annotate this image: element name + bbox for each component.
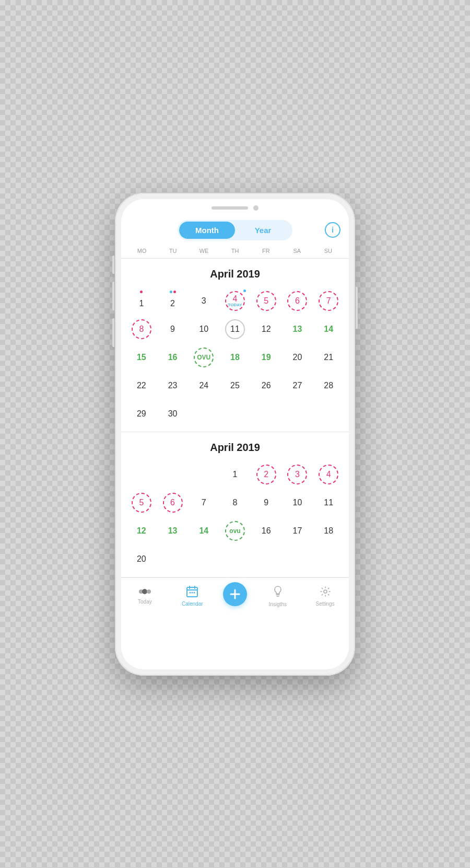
cal-day-19[interactable]: 19 <box>251 344 281 371</box>
cal-day-9[interactable]: 9 <box>158 316 188 343</box>
cal-day-4-today[interactable]: 4 TODAY <box>220 287 250 315</box>
add-button[interactable] <box>223 582 247 606</box>
cal-empty-1 <box>189 400 219 427</box>
calendar-april-2019-second: April 2019 1 2 <box>121 432 349 577</box>
tab-today[interactable]: Today <box>121 588 169 605</box>
cal2-day-17[interactable]: 17 <box>283 517 313 545</box>
cal-day-3[interactable]: 3 <box>189 287 219 315</box>
cal2-day-20[interactable]: 20 <box>126 546 157 573</box>
tab-settings-label: Settings <box>316 601 335 607</box>
tab-calendar[interactable]: Calendar <box>169 586 216 607</box>
cal2-day-3[interactable]: 3 <box>283 461 313 488</box>
cal-empty-2 <box>220 400 250 427</box>
cal-day-30[interactable]: 30 <box>158 400 188 427</box>
cal-empty-5 <box>313 400 344 427</box>
tab-insights[interactable]: Insigths <box>254 585 301 607</box>
day-tu: TU <box>157 246 188 256</box>
phone-notch <box>121 199 349 215</box>
tab-calendar-label: Calendar <box>182 601 203 607</box>
cal-day-15[interactable]: 15 <box>126 344 157 371</box>
cal2-day-12[interactable]: 12 <box>126 517 157 545</box>
cal-day-12[interactable]: 12 <box>251 316 281 343</box>
cal-day-22[interactable]: 22 <box>126 372 157 399</box>
tab-settings[interactable]: Settings <box>301 586 349 607</box>
calendar-grid-1: 1 2 3 <box>126 287 344 427</box>
cal-day-27[interactable]: 27 <box>283 372 313 399</box>
cal2-empty-1 <box>126 461 157 488</box>
camera <box>253 205 258 211</box>
svg-point-8 <box>192 592 193 593</box>
cal2-day-ovu[interactable]: ovu <box>220 517 250 545</box>
day-mo: MO <box>126 246 157 256</box>
cal2-empty-3 <box>189 461 219 488</box>
gear-icon <box>320 586 331 599</box>
cal-day-7[interactable]: 7 <box>313 287 344 315</box>
day-th: TH <box>219 246 250 256</box>
cal2-day-5[interactable]: 5 <box>126 489 157 516</box>
bulb-icon <box>273 585 283 600</box>
cal2-day-16[interactable]: 16 <box>251 517 281 545</box>
month-toggle[interactable]: Month <box>179 222 235 239</box>
cal-day-2[interactable]: 2 <box>158 287 188 315</box>
cal2-day-14[interactable]: 14 <box>189 517 219 545</box>
cal2-empty-2 <box>158 461 188 488</box>
speaker <box>212 206 248 210</box>
cal-day-16[interactable]: 16 <box>158 344 188 371</box>
svg-point-2 <box>147 589 151 594</box>
tab-today-label: Today <box>138 599 152 605</box>
header: Month Year i <box>121 215 349 244</box>
cal2-day-9[interactable]: 9 <box>251 489 281 516</box>
cal-day-11[interactable]: 11 <box>220 316 250 343</box>
cal-day-24[interactable]: 24 <box>189 372 219 399</box>
day-headers: MO TU WE TH FR SA SU <box>121 244 349 259</box>
today-dots-icon <box>138 588 151 597</box>
cal-day-5[interactable]: 5 <box>251 287 281 315</box>
view-toggle: Month Year <box>178 220 292 240</box>
cal-empty-3 <box>251 400 281 427</box>
cal-day-26[interactable]: 26 <box>251 372 281 399</box>
cal2-day-4[interactable]: 4 <box>313 461 344 488</box>
cal-day-6[interactable]: 6 <box>283 287 313 315</box>
cal-day-28[interactable]: 28 <box>313 372 344 399</box>
cal2-day-8[interactable]: 8 <box>220 489 250 516</box>
cal2-day-18[interactable]: 18 <box>313 517 344 545</box>
cal-day-20[interactable]: 20 <box>283 344 313 371</box>
cal2-day-1[interactable]: 1 <box>220 461 250 488</box>
cal-day-23[interactable]: 23 <box>158 372 188 399</box>
calendar-grid-2: 1 2 3 4 <box>126 461 344 573</box>
day-su: SU <box>313 246 344 256</box>
svg-point-7 <box>190 592 191 593</box>
cal2-day-2[interactable]: 2 <box>251 461 281 488</box>
calendar-april-2019-first: April 2019 1 <box>121 259 349 432</box>
cal-day-10[interactable]: 10 <box>189 316 219 343</box>
cal-day-1[interactable]: 1 <box>126 287 157 315</box>
cal2-day-10[interactable]: 10 <box>283 489 313 516</box>
cal-day-ovu[interactable]: OVU <box>189 344 219 371</box>
cal2-day-11[interactable]: 11 <box>313 489 344 516</box>
cal-day-14[interactable]: 14 <box>313 316 344 343</box>
cal-day-29[interactable]: 29 <box>126 400 157 427</box>
cal-day-18[interactable]: 18 <box>220 344 250 371</box>
day-fr: FR <box>251 246 281 256</box>
day-sa: SA <box>281 246 312 256</box>
month-title-1: April 2019 <box>126 268 344 280</box>
cal-empty-4 <box>283 400 313 427</box>
cal-day-8[interactable]: 8 <box>126 316 157 343</box>
cal-day-25[interactable]: 25 <box>220 372 250 399</box>
cal2-day-6[interactable]: 6 <box>158 489 188 516</box>
cal2-day-13[interactable]: 13 <box>158 517 188 545</box>
cal-day-21[interactable]: 21 <box>313 344 344 371</box>
cal2-day-7[interactable]: 7 <box>189 489 219 516</box>
tab-add[interactable] <box>216 582 254 610</box>
cal-day-13[interactable]: 13 <box>283 316 313 343</box>
year-toggle[interactable]: Year <box>235 222 291 239</box>
tab-bar: Today <box>121 577 349 617</box>
svg-point-9 <box>194 592 195 593</box>
app-content: Month Year i MO TU WE TH FR SA SU <box>121 215 349 664</box>
svg-point-14 <box>324 590 327 593</box>
calendar-icon <box>186 586 198 599</box>
month-title-2: April 2019 <box>126 442 344 454</box>
day-we: WE <box>189 246 219 256</box>
tab-insights-label: Insigths <box>269 601 287 607</box>
info-button[interactable]: i <box>325 222 340 238</box>
